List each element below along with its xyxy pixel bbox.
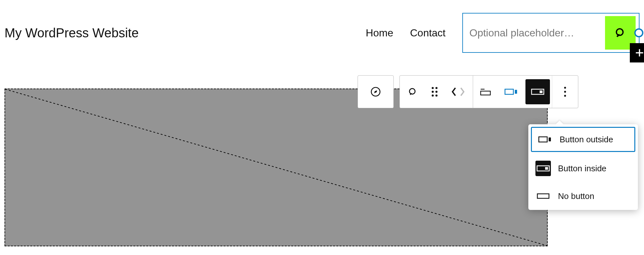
block-toolbar [358,75,578,108]
search-icon [408,87,418,97]
move-buttons [444,76,473,108]
layout-option-button-outside[interactable] [498,76,524,108]
search-icon [614,27,627,39]
svg-point-25 [564,95,566,97]
more-options-button[interactable] [552,76,578,108]
svg-rect-29 [545,167,548,170]
nav-group: Home Contact [366,13,639,53]
dropdown-item-no-button[interactable]: No button [528,182,638,210]
label-position-icon [480,87,492,96]
parent-selector-button[interactable] [358,76,393,108]
block-type-button[interactable] [400,76,426,108]
svg-point-0 [616,29,623,35]
drag-handle-icon [431,87,438,97]
more-vertical-icon [563,86,567,97]
svg-point-11 [432,87,434,89]
layout-dropdown: Button outside Button inside No button [528,124,638,210]
svg-rect-27 [549,137,551,141]
nav-contact[interactable]: Contact [410,27,446,39]
dropdown-item-button-outside[interactable]: Button outside [531,127,635,152]
svg-point-15 [432,94,434,96]
chevron-right-icon[interactable] [459,87,466,97]
button-outside-icon [537,132,553,147]
svg-point-13 [432,91,434,93]
svg-point-23 [564,87,566,89]
site-header: My WordPress Website Home Contact [0,0,644,59]
site-title[interactable]: My WordPress Website [5,26,139,40]
chevron-left-icon[interactable] [451,87,457,97]
button-inside-icon [535,161,551,176]
search-block[interactable] [462,13,639,53]
svg-rect-18 [481,91,490,95]
svg-point-16 [436,94,437,96]
dropdown-item-button-inside[interactable]: Button inside [528,155,638,182]
compass-icon [370,86,381,98]
button-outside-icon [505,88,517,96]
svg-point-12 [436,87,437,89]
button-inside-icon [531,88,544,96]
svg-rect-19 [505,89,513,94]
nav-home[interactable]: Home [366,27,393,39]
svg-rect-22 [540,90,543,93]
drag-handle[interactable] [426,76,444,108]
dropdown-item-label: Button outside [560,135,613,145]
svg-line-7 [5,89,547,246]
toolbar-group-parent [358,75,394,108]
dropdown-item-label: Button inside [558,164,606,174]
dropdown-item-label: No button [558,191,594,201]
layout-option-button-inside[interactable] [524,76,552,108]
svg-rect-30 [537,194,549,198]
plus-icon [634,47,644,58]
svg-point-9 [409,89,415,94]
search-input[interactable] [463,14,605,52]
image-placeholder-block[interactable] [5,89,548,246]
no-button-icon [535,188,551,204]
nav-links: Home Contact [366,27,446,39]
svg-point-24 [564,91,566,93]
toolbar-group-controls [399,75,578,108]
svg-rect-20 [515,90,517,94]
add-block-button[interactable] [630,43,644,62]
layout-option-label[interactable] [473,76,498,108]
resize-handle[interactable] [634,28,643,37]
svg-point-14 [436,91,437,93]
svg-rect-26 [539,137,547,142]
